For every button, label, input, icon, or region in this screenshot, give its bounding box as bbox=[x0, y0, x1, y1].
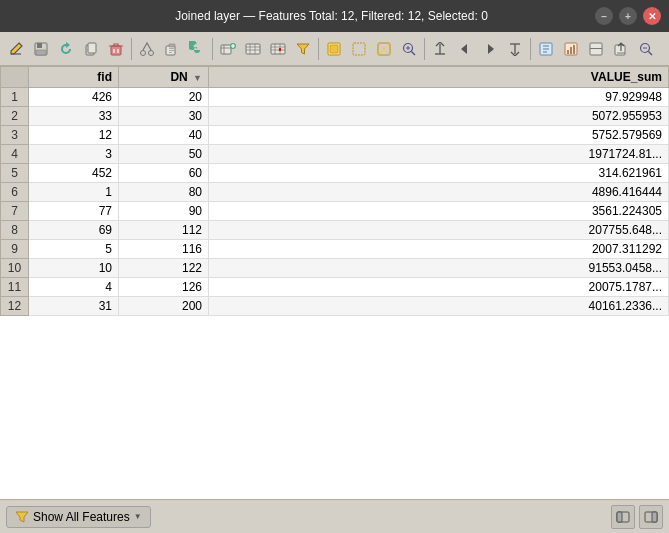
value-sum-cell: 20075.1787... bbox=[209, 278, 669, 297]
status-icon-left[interactable] bbox=[611, 505, 635, 529]
copy-button[interactable] bbox=[79, 37, 103, 61]
select-all-button[interactable] bbox=[322, 37, 346, 61]
fid-cell: 3 bbox=[29, 145, 119, 164]
conditional-format-button[interactable] bbox=[559, 37, 583, 61]
field-calc-button[interactable] bbox=[534, 37, 558, 61]
maximize-button[interactable]: + bbox=[619, 7, 637, 25]
row-num-cell: 7 bbox=[1, 202, 29, 221]
dn-cell: 30 bbox=[119, 107, 209, 126]
table-row[interactable]: 5 452 60 314.621961 bbox=[1, 164, 669, 183]
dn-cell: 60 bbox=[119, 164, 209, 183]
feature-table[interactable]: fid DN ▼ VALUE_sum 1 426 20 97.929948 2 … bbox=[0, 66, 669, 499]
cut-button[interactable] bbox=[135, 37, 159, 61]
table-row[interactable]: 8 69 112 207755.648... bbox=[1, 221, 669, 240]
undo-icon bbox=[189, 41, 205, 57]
close-button[interactable]: ✕ bbox=[643, 7, 661, 25]
fid-cell: 12 bbox=[29, 126, 119, 145]
add-row-button[interactable] bbox=[216, 37, 240, 61]
svg-rect-26 bbox=[573, 45, 575, 54]
show-all-button[interactable]: Show All Features ▼ bbox=[6, 506, 151, 528]
fid-cell: 69 bbox=[29, 221, 119, 240]
value-sum-cell: 5752.579569 bbox=[209, 126, 669, 145]
value-sum-header[interactable]: VALUE_sum bbox=[209, 67, 669, 88]
value-sum-cell: 3561.224305 bbox=[209, 202, 669, 221]
table-row[interactable]: 6 1 80 4896.416444 bbox=[1, 183, 669, 202]
fid-cell: 1 bbox=[29, 183, 119, 202]
delete-icon bbox=[108, 41, 124, 57]
dn-cell: 122 bbox=[119, 259, 209, 278]
dn-cell: 126 bbox=[119, 278, 209, 297]
value-sum-cell: 4896.416444 bbox=[209, 183, 669, 202]
svg-rect-9 bbox=[169, 44, 175, 47]
reload-button[interactable] bbox=[54, 37, 78, 61]
dn-cell: 80 bbox=[119, 183, 209, 202]
move-next-button[interactable] bbox=[478, 37, 502, 61]
edit-row-icon bbox=[245, 41, 261, 57]
svg-rect-16 bbox=[271, 44, 285, 54]
table-row[interactable]: 7 77 90 3561.224305 bbox=[1, 202, 669, 221]
select-all-icon bbox=[326, 41, 342, 57]
dn-cell: 90 bbox=[119, 202, 209, 221]
svg-rect-19 bbox=[353, 43, 365, 55]
table-row[interactable]: 3 12 40 5752.579569 bbox=[1, 126, 669, 145]
toolbar bbox=[0, 32, 669, 66]
table-row[interactable]: 12 31 200 40161.2336... bbox=[1, 297, 669, 316]
row-num-cell: 3 bbox=[1, 126, 29, 145]
dn-cell: 40 bbox=[119, 126, 209, 145]
add-row-icon bbox=[220, 41, 236, 57]
svg-rect-4 bbox=[88, 43, 96, 53]
move-prev-button[interactable] bbox=[453, 37, 477, 61]
separator-5 bbox=[530, 38, 531, 60]
value-sum-cell: 97.929948 bbox=[209, 88, 669, 107]
move-prev-icon bbox=[458, 42, 472, 56]
value-sum-cell: 314.621961 bbox=[209, 164, 669, 183]
status-icon-right[interactable] bbox=[639, 505, 663, 529]
move-top-button[interactable] bbox=[428, 37, 452, 61]
value-sum-cell: 1971724.81... bbox=[209, 145, 669, 164]
fid-cell: 10 bbox=[29, 259, 119, 278]
table-row[interactable]: 11 4 126 20075.1787... bbox=[1, 278, 669, 297]
table-row[interactable]: 9 5 116 2007.311292 bbox=[1, 240, 669, 259]
dn-header[interactable]: DN ▼ bbox=[119, 67, 209, 88]
cut-icon bbox=[139, 41, 155, 57]
row-num-cell: 11 bbox=[1, 278, 29, 297]
undo-button[interactable] bbox=[185, 37, 209, 61]
zoom-reset-button[interactable] bbox=[634, 37, 658, 61]
dn-sort-indicator: ▼ bbox=[193, 73, 202, 83]
fid-header[interactable]: fid bbox=[29, 67, 119, 88]
zoom-reset-icon bbox=[638, 41, 654, 57]
value-sum-cell: 91553.0458... bbox=[209, 259, 669, 278]
invert-selection-button[interactable] bbox=[372, 37, 396, 61]
edit-features-button[interactable] bbox=[4, 37, 28, 61]
status-bar: Show All Features ▼ bbox=[0, 499, 669, 533]
delete-button[interactable] bbox=[104, 37, 128, 61]
row-num-cell: 2 bbox=[1, 107, 29, 126]
panel-left-icon bbox=[616, 510, 630, 524]
table-row[interactable]: 1 426 20 97.929948 bbox=[1, 88, 669, 107]
svg-rect-15 bbox=[246, 44, 260, 54]
deselect-button[interactable] bbox=[347, 37, 371, 61]
minimize-button[interactable]: – bbox=[595, 7, 613, 25]
value-sum-cell: 2007.311292 bbox=[209, 240, 669, 259]
paste-button[interactable] bbox=[160, 37, 184, 61]
filter-status-icon bbox=[15, 510, 29, 524]
row-num-cell: 9 bbox=[1, 240, 29, 259]
svg-rect-1 bbox=[37, 43, 42, 48]
paste-icon bbox=[164, 41, 180, 57]
edit-row-button[interactable] bbox=[241, 37, 265, 61]
move-bottom-button[interactable] bbox=[503, 37, 527, 61]
save-button[interactable] bbox=[29, 37, 53, 61]
table-row[interactable]: 10 10 122 91553.0458... bbox=[1, 259, 669, 278]
filter-button[interactable] bbox=[291, 37, 315, 61]
row-num-header bbox=[1, 67, 29, 88]
stats-icon bbox=[563, 41, 579, 57]
table-row[interactable]: 4 3 50 1971724.81... bbox=[1, 145, 669, 164]
zoom-to-selection-button[interactable] bbox=[397, 37, 421, 61]
save-icon bbox=[33, 41, 49, 57]
table-row[interactable]: 2 33 30 5072.955953 bbox=[1, 107, 669, 126]
delete-row-button[interactable] bbox=[266, 37, 290, 61]
svg-rect-28 bbox=[590, 48, 602, 49]
fid-cell: 452 bbox=[29, 164, 119, 183]
export-button[interactable] bbox=[609, 37, 633, 61]
dock-button[interactable] bbox=[584, 37, 608, 61]
